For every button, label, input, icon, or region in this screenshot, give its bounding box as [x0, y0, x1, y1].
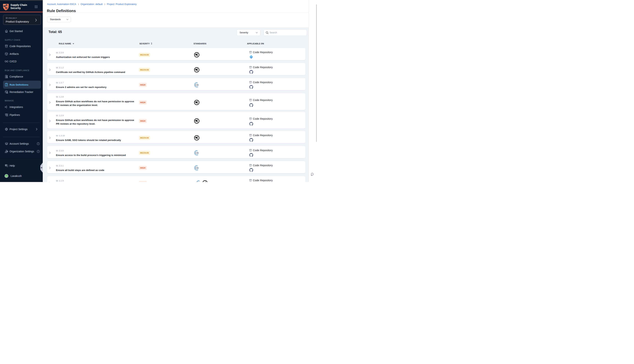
svg-text:CIS: CIS [195, 84, 199, 86]
svg-text:?: ? [6, 164, 7, 166]
svg-text:CIS: CIS [195, 167, 199, 169]
svg-text:CIS: CIS [195, 152, 199, 154]
